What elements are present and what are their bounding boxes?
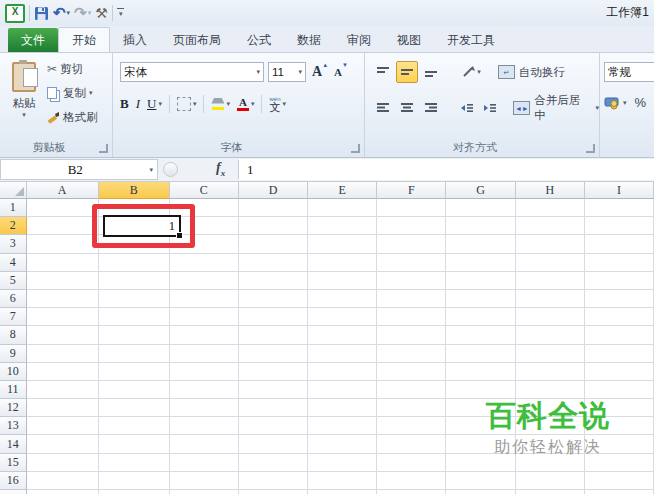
cell-D9[interactable]: [239, 345, 308, 363]
cell-A14[interactable]: [27, 435, 99, 453]
row-header-8[interactable]: 8: [0, 326, 27, 344]
number-format-combobox[interactable]: 常规: [604, 62, 654, 82]
column-header-A[interactable]: A: [27, 182, 99, 199]
tab-page-layout[interactable]: 页面布局: [160, 28, 234, 52]
column-header-I[interactable]: I: [585, 182, 654, 199]
cell-B8[interactable]: [99, 326, 170, 344]
cell-A7[interactable]: [27, 308, 99, 326]
cell-F14[interactable]: [377, 435, 446, 453]
cell-E3[interactable]: [308, 235, 377, 253]
grow-font-button[interactable]: A▲: [312, 62, 328, 80]
column-header-G[interactable]: G: [446, 182, 515, 199]
cell-D3[interactable]: [239, 235, 308, 253]
cell-G5[interactable]: [446, 272, 515, 290]
row-header-6[interactable]: 6: [0, 290, 27, 308]
cell-F6[interactable]: [377, 290, 446, 308]
column-header-C[interactable]: C: [170, 182, 239, 199]
cell-A1[interactable]: [27, 199, 99, 217]
row-header-15[interactable]: 15: [0, 454, 27, 472]
cell-B17[interactable]: [99, 490, 170, 494]
align-left-button[interactable]: [372, 97, 394, 119]
cell-C10[interactable]: [170, 363, 239, 381]
cell-I2[interactable]: [585, 217, 654, 235]
redo-dropdown-icon[interactable]: ▾: [88, 9, 92, 17]
cell-D4[interactable]: [239, 254, 308, 272]
row-header-5[interactable]: 5: [0, 272, 27, 290]
cell-C17[interactable]: [170, 490, 239, 494]
shrink-font-button[interactable]: A▼: [334, 62, 348, 80]
font-name-combobox[interactable]: 宋体 ▾: [120, 62, 264, 82]
cell-F8[interactable]: [377, 326, 446, 344]
row-header-12[interactable]: 12: [0, 399, 27, 417]
cell-A12[interactable]: [27, 399, 99, 417]
cell-I16[interactable]: [585, 472, 654, 490]
align-middle-button[interactable]: [396, 61, 418, 83]
cell-B11[interactable]: [99, 381, 170, 399]
tab-view[interactable]: 视图: [384, 28, 434, 52]
cell-G3[interactable]: [446, 235, 515, 253]
customize-qat-menu-button[interactable]: ▾: [117, 8, 124, 18]
name-box-dropdown-icon[interactable]: ▾: [149, 166, 153, 174]
cell-I8[interactable]: [585, 326, 654, 344]
cell-G4[interactable]: [446, 254, 515, 272]
cell-B5[interactable]: [99, 272, 170, 290]
cell-I7[interactable]: [585, 308, 654, 326]
row-header-14[interactable]: 14: [0, 435, 27, 453]
cell-G9[interactable]: [446, 345, 515, 363]
bold-button[interactable]: B: [120, 96, 129, 112]
row-header-9[interactable]: 9: [0, 345, 27, 363]
column-header-B[interactable]: B: [99, 182, 170, 199]
column-header-F[interactable]: F: [377, 182, 446, 199]
cell-C8[interactable]: [170, 326, 239, 344]
font-color-button[interactable]: A ▾: [237, 97, 255, 111]
cell-I1[interactable]: [585, 199, 654, 217]
cell-D2[interactable]: [239, 217, 308, 235]
decrease-indent-button[interactable]: [456, 97, 478, 119]
column-header-D[interactable]: D: [239, 182, 308, 199]
cell-D7[interactable]: [239, 308, 308, 326]
cell-D1[interactable]: [239, 199, 308, 217]
undo-button[interactable]: ↶ ▾: [53, 4, 70, 22]
cell-H4[interactable]: [516, 254, 585, 272]
undo-dropdown-icon[interactable]: ▾: [67, 9, 71, 17]
row-header-10[interactable]: 10: [0, 363, 27, 381]
cell-I10[interactable]: [585, 363, 654, 381]
font-dialog-launcher-icon[interactable]: [351, 144, 360, 153]
tab-data[interactable]: 数据: [284, 28, 334, 52]
cell-F11[interactable]: [377, 381, 446, 399]
save-button[interactable]: [34, 4, 49, 22]
row-header-17[interactable]: 17: [0, 490, 27, 494]
cell-G17[interactable]: [446, 490, 515, 494]
cell-A17[interactable]: [27, 490, 99, 494]
tab-file[interactable]: 文件: [8, 28, 58, 52]
cell-B16[interactable]: [99, 472, 170, 490]
cell-F2[interactable]: [377, 217, 446, 235]
cell-I3[interactable]: [585, 235, 654, 253]
cell-H9[interactable]: [516, 345, 585, 363]
cell-B7[interactable]: [99, 308, 170, 326]
cell-H2[interactable]: [516, 217, 585, 235]
cell-E2[interactable]: [308, 217, 377, 235]
cell-I4[interactable]: [585, 254, 654, 272]
cell-D16[interactable]: [239, 472, 308, 490]
orientation-button[interactable]: ▾: [456, 61, 486, 83]
row-header-11[interactable]: 11: [0, 381, 27, 399]
cell-F16[interactable]: [377, 472, 446, 490]
cell-C7[interactable]: [170, 308, 239, 326]
cell-H6[interactable]: [516, 290, 585, 308]
select-all-button[interactable]: [0, 182, 27, 199]
cell-D15[interactable]: [239, 454, 308, 472]
cell-D10[interactable]: [239, 363, 308, 381]
cell-A11[interactable]: [27, 381, 99, 399]
cell-E17[interactable]: [308, 490, 377, 494]
column-header-H[interactable]: H: [516, 182, 585, 199]
cell-D14[interactable]: [239, 435, 308, 453]
cell-B9[interactable]: [99, 345, 170, 363]
wrap-text-button[interactable]: ↵ 自动换行: [498, 65, 565, 80]
row-header-1[interactable]: 1: [0, 199, 27, 217]
row-header-13[interactable]: 13: [0, 417, 27, 435]
cell-C16[interactable]: [170, 472, 239, 490]
cell-D6[interactable]: [239, 290, 308, 308]
cell-F9[interactable]: [377, 345, 446, 363]
cell-E10[interactable]: [308, 363, 377, 381]
